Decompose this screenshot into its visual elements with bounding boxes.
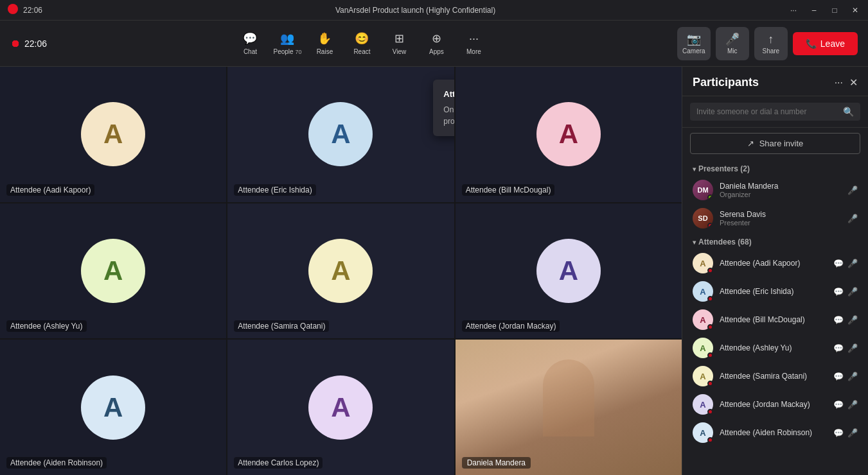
- presenters-chevron[interactable]: ▾: [693, 166, 696, 173]
- tooltip-title: Attendee names are hidden: [443, 89, 454, 99]
- participant-actions-jordan: 💬 🎤: [833, 400, 858, 410]
- chat-icon-eric[interactable]: 💬: [833, 287, 844, 297]
- camera-button[interactable]: 📷 Camera: [677, 27, 711, 60]
- participant-name-samira: Attendee (Samira Qatani): [720, 372, 827, 381]
- camera-icon: 📷: [687, 32, 701, 46]
- apps-button[interactable]: ⊕ Apps: [419, 26, 454, 62]
- chat-button[interactable]: 💬 Chat: [233, 26, 267, 62]
- attendees-section-header: ▾ Attendees (68): [682, 232, 868, 249]
- participant-info-jordan: Attendee (Jordan Mackay): [720, 400, 827, 409]
- recording-icon: ⏺: [10, 38, 21, 49]
- avatar-2: A: [308, 102, 373, 166]
- participants-list: ▾ Presenters (2) DM Daniela Mandera Orga…: [682, 159, 868, 475]
- avatar-samira: A: [693, 366, 713, 386]
- leave-button[interactable]: 📞 Leave: [793, 32, 858, 55]
- mic-icon-ashley[interactable]: 🎤: [847, 343, 858, 353]
- restore-btn[interactable]: □: [829, 6, 840, 15]
- mic-icon-jordan[interactable]: 🎤: [847, 400, 858, 410]
- video-cell-live: Daniela Mandera: [456, 340, 682, 475]
- mic-icon-serena[interactable]: 🎤: [847, 214, 858, 223]
- participant-info-daniela: Daniela Mandera Organizer: [720, 182, 841, 198]
- mic-icon-bill[interactable]: 🎤: [847, 315, 858, 325]
- participant-actions-bill: 💬 🎤: [833, 315, 858, 325]
- panel-more-button[interactable]: ···: [835, 77, 843, 89]
- mic-button[interactable]: 🎤 Mic: [716, 27, 749, 60]
- share-invite-button[interactable]: ↗ Share invite: [690, 133, 860, 154]
- avatar-3: A: [536, 102, 601, 166]
- participant-info-bill: Attendee (Bill McDougal): [720, 315, 827, 324]
- live-person-label: Daniela Mandera: [462, 457, 531, 469]
- timer-label: 22:06: [24, 39, 47, 49]
- attendee-item-jordan[interactable]: A Attendee (Jordan Mackay) 💬 🎤: [682, 390, 868, 419]
- video-cell-8: A Attendee Carlos Lopez): [227, 340, 454, 475]
- chat-icon-samira[interactable]: 💬: [833, 372, 844, 381]
- search-bar: 🔍: [682, 96, 868, 128]
- participant-item-serena[interactable]: SD Serena Davis Presenter 🎤: [682, 204, 868, 232]
- attendees-chevron[interactable]: ▾: [693, 239, 696, 246]
- people-button[interactable]: 👥 People 70: [270, 26, 305, 62]
- mic-icon-samira[interactable]: 🎤: [847, 372, 858, 381]
- attendee-item-bill[interactable]: A Attendee (Bill McDougal) 💬 🎤: [682, 306, 868, 334]
- react-button[interactable]: 😊 React: [344, 26, 379, 62]
- people-count: 70: [295, 49, 301, 55]
- participant-name-aiden: Attendee (Aiden Robinson): [720, 428, 827, 437]
- avatar-ashley: A: [693, 338, 713, 358]
- avatar-aadi: A: [693, 253, 713, 273]
- participant-actions-ashley: 💬 🎤: [833, 343, 858, 353]
- panel-actions: ··· ✕: [835, 76, 858, 89]
- avatar-6: A: [536, 239, 601, 303]
- view-button[interactable]: ⊞ View: [382, 26, 416, 62]
- timer-display: 22:06: [23, 6, 42, 15]
- close-btn[interactable]: ✕: [850, 6, 860, 15]
- attendee-item-aiden[interactable]: A Attendee (Aiden Robinson) 💬 🎤: [682, 419, 868, 447]
- share-invite-icon: ↗: [747, 139, 754, 148]
- chat-icon-jordan[interactable]: 💬: [833, 400, 844, 410]
- attendee-item-eric[interactable]: A Attendee (Eric Ishida) 💬 🎤: [682, 277, 868, 306]
- more-button[interactable]: ··· More: [456, 26, 491, 62]
- chat-icon-bill[interactable]: 💬: [833, 315, 844, 325]
- panel-close-button[interactable]: ✕: [849, 76, 858, 89]
- chat-icon: 💬: [243, 31, 257, 46]
- mic-icon-aadi[interactable]: 🎤: [847, 259, 858, 268]
- attendee-item-aadi[interactable]: A Attendee (Aadi Kapoor) 💬 🎤: [682, 249, 868, 277]
- attendee-label-6: Attendee (Jordan Mackay): [462, 320, 560, 332]
- more-icon: ···: [469, 32, 479, 46]
- participant-info-samira: Attendee (Samira Qatani): [720, 372, 827, 381]
- participant-info-ashley: Attendee (Ashley Yu): [720, 343, 827, 352]
- apps-icon: ⊕: [432, 31, 441, 46]
- titlebar-right: ··· – □ ✕: [788, 6, 860, 15]
- avatar-bill: A: [693, 309, 713, 330]
- mic-icon-eric[interactable]: 🎤: [847, 287, 858, 297]
- participant-name-bill: Attendee (Bill McDougal): [720, 315, 827, 324]
- share-button[interactable]: ↑ Share: [754, 27, 788, 60]
- participant-name-serena: Serena Davis: [720, 210, 841, 219]
- chat-icon-aadi[interactable]: 💬: [833, 259, 844, 268]
- chat-icon-ashley[interactable]: 💬: [833, 343, 844, 353]
- avatar-7: A: [81, 376, 145, 440]
- participant-actions-aiden: 💬 🎤: [833, 428, 858, 438]
- avatar-1: A: [81, 102, 145, 166]
- participant-item-daniela[interactable]: DM Daniela Mandera Organizer 🎤: [682, 176, 868, 204]
- react-icon: 😊: [355, 31, 369, 46]
- mic-icon-aiden[interactable]: 🎤: [847, 428, 858, 438]
- participant-name-daniela: Daniela Mandera: [720, 182, 841, 191]
- toolbar-center: 💬 Chat 👥 People 70 ✋ Raise 😊 React ⊞ Vie…: [233, 26, 491, 62]
- participant-actions-eric: 💬 🎤: [833, 287, 858, 297]
- toolbar-left: ⏺ 22:06: [10, 38, 47, 49]
- participant-name-jordan: Attendee (Jordan Mackay): [720, 400, 827, 409]
- video-cell-2: A Attendee (Eric Ishida) Attendee names …: [227, 67, 454, 202]
- titlebar-left: 22:06: [8, 4, 42, 16]
- search-input[interactable]: [696, 107, 838, 116]
- minimize-btn[interactable]: –: [809, 6, 819, 15]
- attendee-item-samira[interactable]: A Attendee (Samira Qatani) 💬 🎤: [682, 362, 868, 390]
- attendee-label-5: Attendee (Samira Qatani): [234, 320, 329, 332]
- video-cell-1: A Attendee (Aadi Kapoor): [0, 67, 226, 202]
- attendee-item-ashley[interactable]: A Attendee (Ashley Yu) 💬 🎤: [682, 334, 868, 362]
- more-options-btn[interactable]: ···: [788, 6, 799, 15]
- participants-panel: Participants ··· ✕ 🔍 ↗ Share invite ▾ Pr…: [682, 67, 868, 475]
- video-grid: A Attendee (Aadi Kapoor) A Attendee (Eri…: [0, 67, 682, 475]
- raise-button[interactable]: ✋ Raise: [307, 26, 342, 62]
- chat-icon-aiden[interactable]: 💬: [833, 428, 844, 438]
- mic-icon-daniela[interactable]: 🎤: [847, 186, 858, 195]
- share-icon: ↑: [768, 33, 774, 46]
